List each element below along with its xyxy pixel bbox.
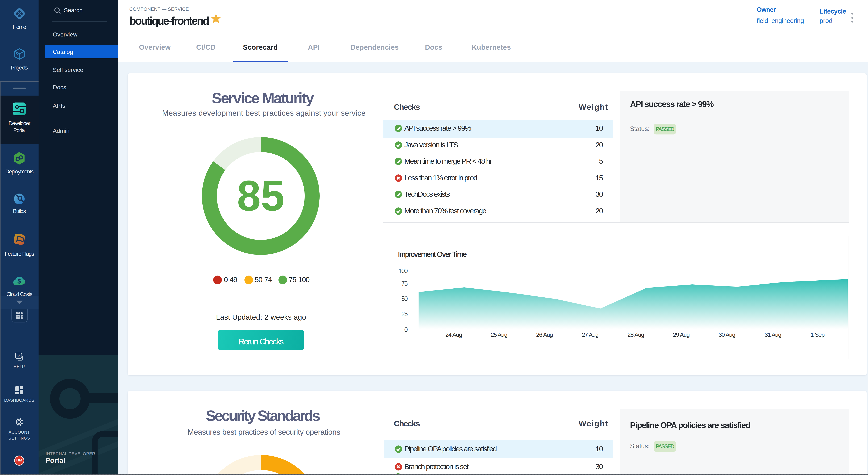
svg-text:$: $ xyxy=(18,278,21,285)
svg-text:?: ? xyxy=(18,354,20,358)
